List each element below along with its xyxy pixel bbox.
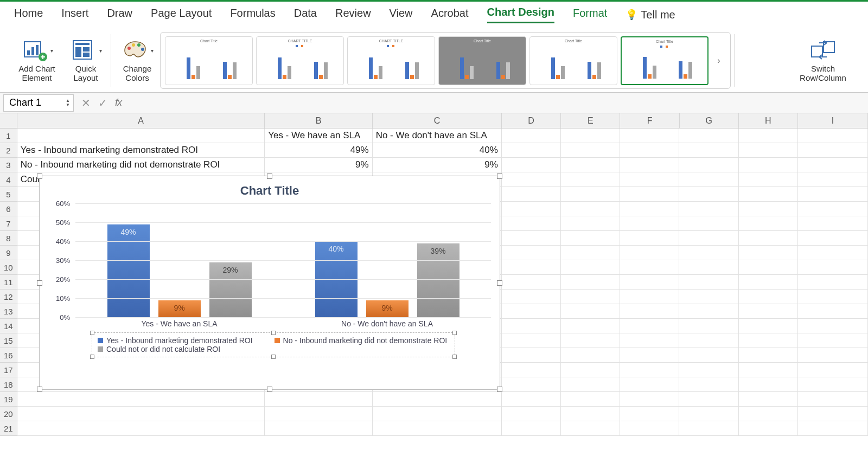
cell[interactable] bbox=[739, 392, 798, 407]
cell[interactable] bbox=[561, 304, 620, 319]
cell[interactable] bbox=[561, 275, 620, 290]
cell[interactable] bbox=[502, 158, 561, 172]
cell[interactable] bbox=[739, 363, 798, 377]
cell[interactable] bbox=[798, 348, 868, 363]
cell[interactable] bbox=[502, 333, 561, 348]
tab-home[interactable]: Home bbox=[14, 7, 43, 23]
cell[interactable] bbox=[620, 290, 679, 304]
cell[interactable] bbox=[561, 246, 620, 260]
cell[interactable] bbox=[739, 246, 798, 260]
resize-handle[interactable] bbox=[267, 173, 272, 179]
chart-style-1[interactable]: Chart Title bbox=[165, 36, 253, 85]
cell[interactable] bbox=[679, 333, 738, 348]
cancel-formula-button[interactable]: ✕ bbox=[81, 97, 91, 110]
chart-style-6[interactable]: Chart Title bbox=[621, 36, 709, 85]
chart-bar[interactable]: 39% bbox=[417, 243, 459, 318]
cell[interactable] bbox=[265, 421, 373, 436]
cell[interactable]: Yes - We have an SLA bbox=[265, 128, 373, 143]
cell[interactable] bbox=[561, 407, 620, 421]
cell[interactable] bbox=[373, 421, 502, 436]
cell[interactable]: No - We don't have an SLA bbox=[373, 128, 502, 143]
row-header[interactable]: 2 bbox=[0, 143, 17, 158]
cell[interactable] bbox=[620, 363, 679, 377]
cell[interactable]: No - Inbound marketing did not demonstra… bbox=[17, 158, 265, 172]
cell[interactable] bbox=[561, 348, 620, 363]
cell[interactable] bbox=[502, 304, 561, 319]
row-header[interactable]: 6 bbox=[0, 202, 17, 216]
row-header[interactable]: 3 bbox=[0, 158, 17, 172]
cell[interactable] bbox=[739, 187, 798, 202]
cell[interactable] bbox=[561, 158, 620, 172]
row-header[interactable]: 1 bbox=[0, 128, 17, 143]
cell[interactable] bbox=[739, 377, 798, 392]
cell[interactable] bbox=[739, 216, 798, 231]
cell[interactable] bbox=[679, 172, 738, 187]
cell[interactable] bbox=[561, 128, 620, 143]
tell-me-search[interactable]: 💡 Tell me bbox=[626, 9, 675, 21]
row-header[interactable]: 5 bbox=[0, 187, 17, 202]
cell[interactable] bbox=[561, 202, 620, 216]
row-header[interactable]: 13 bbox=[0, 304, 17, 319]
cell[interactable] bbox=[502, 319, 561, 333]
cell[interactable] bbox=[798, 392, 868, 407]
cell[interactable] bbox=[620, 333, 679, 348]
row-header[interactable]: 19 bbox=[0, 392, 17, 407]
cell[interactable] bbox=[739, 319, 798, 333]
row-header[interactable]: 20 bbox=[0, 407, 17, 421]
tab-acrobat[interactable]: Acrobat bbox=[431, 7, 469, 23]
cell[interactable] bbox=[798, 319, 868, 333]
cell[interactable] bbox=[679, 407, 738, 421]
cell[interactable] bbox=[739, 143, 798, 158]
resize-handle[interactable] bbox=[271, 355, 276, 359]
switch-row-column-button[interactable]: Switch Row/Column bbox=[793, 38, 853, 82]
resize-handle[interactable] bbox=[271, 331, 276, 335]
cell[interactable] bbox=[798, 202, 868, 216]
cell[interactable] bbox=[561, 363, 620, 377]
cell[interactable] bbox=[561, 187, 620, 202]
resize-handle[interactable] bbox=[37, 387, 42, 392]
column-header[interactable]: I bbox=[798, 113, 868, 128]
cell[interactable] bbox=[561, 143, 620, 158]
row-header[interactable]: 15 bbox=[0, 333, 17, 348]
cell[interactable] bbox=[502, 216, 561, 231]
tab-view[interactable]: View bbox=[390, 7, 413, 23]
row-header[interactable]: 11 bbox=[0, 275, 17, 290]
cell[interactable] bbox=[679, 421, 738, 436]
cell[interactable] bbox=[373, 407, 502, 421]
column-header[interactable]: D bbox=[502, 113, 561, 128]
cell[interactable] bbox=[798, 421, 868, 436]
styles-more-button[interactable]: › bbox=[712, 56, 726, 66]
row-header[interactable]: 8 bbox=[0, 231, 17, 246]
cell[interactable] bbox=[798, 290, 868, 304]
cell[interactable] bbox=[620, 187, 679, 202]
chart-style-2[interactable]: CHART TITLE bbox=[256, 36, 344, 85]
cell[interactable] bbox=[502, 187, 561, 202]
cell[interactable] bbox=[265, 407, 373, 421]
cell[interactable]: Yes - Inbound marketing demonstrated ROI bbox=[17, 143, 265, 158]
cell[interactable] bbox=[620, 304, 679, 319]
accept-formula-button[interactable]: ✓ bbox=[98, 97, 107, 110]
cell[interactable]: 49% bbox=[265, 143, 373, 158]
cell[interactable] bbox=[502, 246, 561, 260]
cell[interactable] bbox=[679, 216, 738, 231]
cell[interactable] bbox=[620, 421, 679, 436]
cell[interactable] bbox=[620, 275, 679, 290]
column-header[interactable]: F bbox=[620, 113, 679, 128]
cell[interactable] bbox=[265, 392, 373, 407]
cell[interactable] bbox=[679, 260, 738, 275]
cell[interactable] bbox=[798, 275, 868, 290]
cell[interactable] bbox=[739, 348, 798, 363]
resize-handle[interactable] bbox=[37, 280, 42, 286]
cell[interactable] bbox=[561, 231, 620, 246]
chart-style-5[interactable]: Chart Title bbox=[529, 36, 617, 85]
name-box[interactable]: Chart 1 ▲▼ bbox=[3, 94, 74, 112]
cell[interactable] bbox=[620, 348, 679, 363]
cell[interactable] bbox=[502, 348, 561, 363]
tab-formulas[interactable]: Formulas bbox=[230, 7, 275, 23]
cell[interactable] bbox=[798, 407, 868, 421]
chart-style-4[interactable]: Chart Title bbox=[438, 36, 526, 85]
cell[interactable] bbox=[502, 363, 561, 377]
cell[interactable] bbox=[17, 128, 265, 143]
cell[interactable] bbox=[739, 304, 798, 319]
cell[interactable] bbox=[502, 290, 561, 304]
